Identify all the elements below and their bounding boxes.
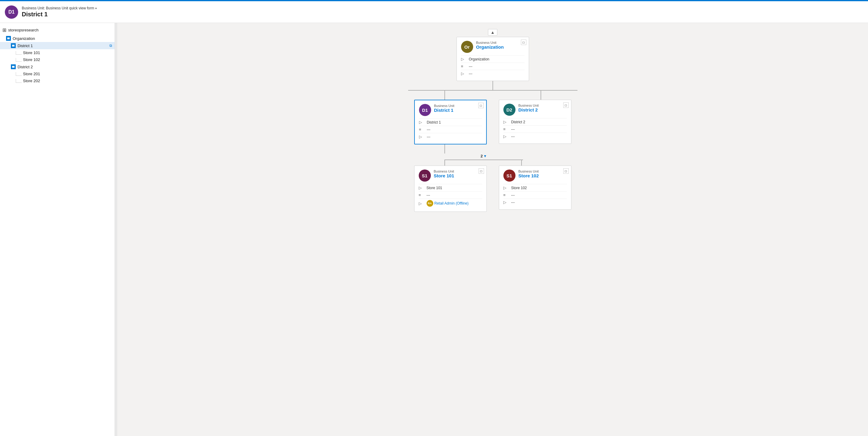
row3-val-s102: --- [511,200,515,205]
row2-icon-d1: ≡ [419,127,425,132]
row1-val-d2: District 2 [511,120,525,124]
card-name-d2[interactable]: District 2 [519,107,539,112]
card-district1: □ D1 Business Unit District 1 ▷ District… [414,100,487,144]
card-name-org[interactable]: Organization [476,44,504,49]
row2-val-s101: --- [427,193,430,197]
card-organization: □ Or Business Unit Organization ▷ Organi… [457,37,529,81]
row1-icon-org: ▷ [461,57,466,61]
card-store101: □ S1 Business Unit Store 101 ▷ Store 101 [414,166,487,212]
row1-icon-d1: ▷ [419,120,425,125]
row2-val-d2: --- [511,127,515,131]
row3-icon-d1: ▷ [419,134,425,139]
row1-icon-s102: ▷ [503,186,509,190]
header-title: District 1 [22,11,97,18]
row3-val-d1: --- [427,135,431,139]
expand-button-d2[interactable]: □ [563,102,569,108]
card-name-s102[interactable]: Store 102 [519,173,539,178]
sidebar-root[interactable]: ⊞ storeopsresearch [0,25,115,35]
sidebar-item-store101[interactable]: Store 101 [0,49,115,56]
quick-view-label: Business Unit: Business Unit quick view … [22,6,94,10]
expand-button-org[interactable]: □ [521,40,526,45]
expand-down-icon[interactable]: ▾ [484,154,486,158]
row2-icon-d2: ≡ [503,127,509,131]
card-type-d2: Business Unit [519,104,539,107]
store-icon: ⊞ [2,27,6,33]
ra-avatar-s101: RA [427,200,433,207]
row3-icon-org: ▷ [461,71,466,76]
sidebar-s202-label: Store 202 [23,78,112,83]
expand-button-s102[interactable]: □ [563,168,569,174]
sidebar-item-district2[interactable]: District 2 [0,63,115,70]
sidebar-root-label: storeopsresearch [8,28,112,32]
row1-val-d1: District 1 [427,120,441,125]
sidebar-d1-label: District 1 [18,43,108,48]
row3-val-org: --- [469,72,472,76]
row3-icon-d2: ▷ [503,134,509,139]
sidebar-s201-label: Store 201 [23,72,112,76]
card-name-d1[interactable]: District 1 [434,107,455,113]
card-type-org: Business Unit [476,41,504,44]
retail-admin-link[interactable]: Retail Admin (Offline) [434,201,469,205]
row1-icon-s101: ▷ [419,186,424,190]
sidebar-item-store201[interactable]: Store 201 [0,70,115,77]
expand-button-s101[interactable]: □ [478,168,484,174]
row1-icon-d2: ▷ [503,120,509,124]
row2-val-org: --- [469,64,472,69]
folder-icon [11,64,16,69]
row1-val-org: Organization [469,57,490,61]
user-row-s101: RA Retail Admin (Offline) [427,200,469,207]
sidebar-item-store202[interactable]: Store 202 [0,77,115,84]
avatar-org: Or [461,41,473,53]
row2-icon-s101: ≡ [419,193,424,197]
row2-val-s102: --- [511,193,515,197]
row2-icon-s102: ≡ [503,193,509,197]
card-store102: □ S1 Business Unit Store 102 ▷ Store 102 [499,166,571,210]
sidebar-d2-label: District 2 [18,65,112,69]
collapse-button-row: ▲ [123,29,862,36]
collapse-up-button[interactable]: ▲ [488,29,498,36]
header-text-block: Business Unit: Business Unit quick view … [22,6,97,18]
panel-divider[interactable] [115,23,117,436]
folder-icon [6,36,11,41]
top-header: D1 Business Unit: Business Unit quick vi… [0,1,868,23]
sidebar: ⊞ storeopsresearch Organization District… [0,23,115,436]
row3-val-d2: --- [511,134,515,139]
chevron-down-icon: ▾ [95,7,97,10]
sidebar-item-organization[interactable]: Organization [0,35,115,42]
sidebar-item-store102[interactable]: Store 102 [0,56,115,63]
expand-button-d1[interactable]: □ [478,103,484,108]
folder-icon [11,43,16,48]
children-count-badge: 2 [481,154,483,158]
card-type-s102: Business Unit [519,169,539,173]
card-name-s101[interactable]: Store 101 [434,173,455,178]
main-layout: ⊞ storeopsresearch Organization District… [0,23,868,436]
avatar-d1: D1 [419,104,431,116]
row1-val-s101: Store 101 [427,186,442,190]
row3-icon-s101: ▷ [419,201,424,206]
nav-icon[interactable]: ⧉ [110,43,112,48]
sidebar-s101-label: Store 101 [23,51,112,55]
row2-icon-org: ≡ [461,64,466,69]
row1-val-s102: Store 102 [511,186,527,190]
avatar-s101: S1 [419,169,431,181]
sidebar-org-label: Organization [13,36,112,41]
quick-view-dropdown[interactable]: Business Unit: Business Unit quick view … [22,6,97,10]
sidebar-s102-label: Store 102 [23,58,112,62]
org-chart-canvas: ▲ □ Or Business Unit Organization [117,23,868,436]
card-type-d1: Business Unit [434,104,455,107]
row3-icon-s102: ▷ [503,200,509,205]
avatar-s102: S1 [503,169,516,181]
row2-val-d1: --- [427,128,431,132]
card-district2: □ D2 Business Unit District 2 ▷ District… [499,100,571,144]
sidebar-item-district1[interactable]: District 1 ⧉ [0,42,115,49]
card-type-s101: Business Unit [434,169,455,173]
avatar-d2: D2 [503,104,516,116]
header-avatar: D1 [5,5,18,19]
